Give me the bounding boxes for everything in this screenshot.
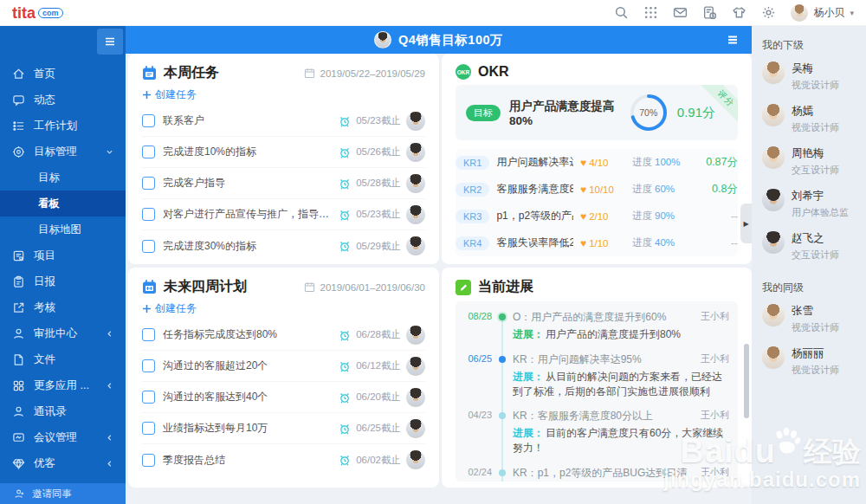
assignee-avatar — [406, 174, 425, 193]
sidebar-item-goal-map[interactable]: 目标地图 — [0, 216, 126, 242]
sidebar-item-kanban[interactable]: 看板 — [0, 191, 126, 216]
subordinates-title: 我的下级 — [762, 38, 856, 53]
sidebar-item-work-plan[interactable]: 工作计划 — [0, 113, 126, 139]
panel-expand-handle[interactable]: ▶ — [740, 204, 752, 243]
logo-badge: com — [38, 8, 63, 18]
diamond-icon — [12, 457, 25, 470]
alarm-icon — [339, 391, 351, 404]
target-icon — [12, 145, 25, 158]
person-row[interactable]: 吴梅视觉设计师 — [762, 61, 856, 92]
sidebar-item-goals[interactable]: 目标 — [0, 165, 126, 191]
goal-title: Q4销售目标100万 — [398, 32, 503, 48]
progress-entry: 02/24 KR：p1，p2等级的产品BUG达到日清王小利 进展：王雪梨的还差一… — [461, 466, 729, 481]
chevron-left-icon — [106, 434, 113, 442]
sidebar-item-youke[interactable]: 优客 — [0, 450, 126, 476]
task-checkbox[interactable] — [142, 391, 155, 404]
kr-weight-hearts[interactable]: ♥1/10 — [580, 237, 625, 249]
sidebar-item-meetings[interactable]: 会议管理 — [0, 424, 126, 450]
task-checkbox[interactable] — [142, 454, 155, 467]
person-row[interactable]: 赵飞之交互设计师 — [762, 231, 856, 262]
heart-icon: ♥ — [580, 157, 586, 169]
report-icon[interactable] — [702, 5, 717, 20]
kr-row[interactable]: KR3 p1，p2等级的产品BUG达到日清 ♥2/10 进度90% -- — [456, 203, 738, 229]
plus-icon — [142, 90, 152, 100]
task-checkbox[interactable] — [142, 328, 155, 341]
alarm-icon — [339, 146, 351, 158]
mail-icon[interactable] — [673, 5, 688, 20]
goal-header: Q4销售目标100万 — [126, 26, 752, 54]
kr-row[interactable]: KR4 客服失误率降低25% ♥1/10 进度40% -- — [456, 229, 738, 256]
task-row[interactable]: 任务指标完成度达到80% 06/28截止 — [142, 320, 425, 351]
sidebar-item-assessment[interactable]: 考核 — [0, 294, 126, 320]
kr-weight-hearts[interactable]: ♥2/10 — [580, 210, 625, 223]
sidebar-item-more-apps[interactable]: 更多应用 ... — [0, 372, 126, 398]
panel-menu-icon[interactable] — [726, 33, 740, 47]
task-checkbox[interactable] — [142, 422, 155, 435]
task-row[interactable]: 沟通过的客服达到40个 06/20截止 — [142, 382, 425, 413]
person-row[interactable]: 周艳梅交互设计师 — [762, 146, 856, 177]
task-checkbox[interactable] — [142, 359, 155, 372]
timeline-dot — [499, 469, 506, 476]
gear-icon[interactable] — [761, 5, 776, 20]
user-menu[interactable]: 杨小贝 ▾ — [791, 4, 854, 22]
chevron-down-icon — [106, 148, 113, 156]
task-row[interactable]: 季度报告总结 06/02截止 — [142, 444, 425, 475]
sidebar-item-goal-management[interactable]: 目标管理 — [0, 139, 126, 165]
scrollbar-thumb[interactable] — [744, 344, 749, 418]
objective-row[interactable]: 目标 用户产品满意度提高80% 70% 0.91分 评分 — [456, 85, 738, 140]
sidebar-collapse-button[interactable] — [97, 29, 123, 55]
task-row[interactable]: 业绩指标达到每月10万 06/25截止 — [142, 413, 425, 444]
sidebar-item-feed[interactable]: 动态 — [0, 87, 126, 113]
goal-owner-avatar — [374, 31, 391, 48]
kr-row[interactable]: KR1 用户问题解决率达95% ♥4/10 进度100% 0.87分 — [456, 149, 738, 176]
month-date-range: 2019/06/01–2019/06/30 — [304, 281, 425, 293]
create-task-button[interactable]: 创建任务 — [142, 301, 197, 316]
task-checkbox[interactable] — [142, 208, 155, 221]
kr-weight-hearts[interactable]: ♥10/10 — [580, 184, 625, 196]
project-icon — [12, 249, 25, 262]
logo[interactable]: tita com — [12, 5, 63, 21]
alarm-icon — [339, 240, 351, 252]
timeline-dot — [499, 313, 506, 320]
task-row[interactable]: 联系客户 05/23截止 — [142, 106, 425, 137]
chevron-down-icon: ▾ — [850, 9, 854, 17]
sidebar-item-projects[interactable]: 项目 — [0, 242, 126, 268]
list-icon — [12, 120, 25, 132]
sidebar-item-files[interactable]: 文件 — [0, 346, 126, 372]
user-name: 杨小贝 — [813, 5, 844, 20]
tshirt-icon[interactable] — [732, 5, 746, 20]
task-row[interactable]: 沟通过的客服超过20个 06/12截止 — [142, 351, 425, 382]
person-row[interactable]: 张雪视觉设计师 — [762, 304, 856, 334]
task-row[interactable]: 对客户进行产品宣传与推广，指导客户熟悉软件 05/23截止 — [142, 199, 425, 230]
search-icon[interactable] — [614, 5, 629, 20]
person-row[interactable]: 刘希宇用户体验总监 — [762, 189, 856, 219]
person-row[interactable]: 杨丽丽视觉设计师 — [762, 346, 856, 377]
task-checkbox[interactable] — [142, 240, 155, 253]
sidebar-item-home[interactable]: 首页 — [0, 61, 126, 87]
person-avatar — [762, 146, 785, 169]
task-checkbox[interactable] — [142, 177, 155, 190]
person-row[interactable]: 杨嫣视觉设计师 — [762, 104, 856, 134]
task-row[interactable]: 完成进度10%的指标 05/26截止 — [142, 137, 425, 168]
month-plan-card: 未来四周计划 2019/06/01–2019/06/30 创建任务 任务指标完成… — [128, 268, 439, 488]
kr-list: KR1 用户问题解决率达95% ♥4/10 进度100% 0.87分 KR2 客… — [456, 149, 738, 256]
calendar-icon — [304, 68, 315, 79]
task-checkbox[interactable] — [142, 145, 155, 158]
kr-row[interactable]: KR2 客服服务满意度80分以上 ♥10/10 进度60% 0.8分 — [456, 176, 738, 203]
objective-badge: 目标 — [466, 105, 501, 121]
pencil-icon — [456, 280, 471, 295]
sidebar-item-daily-report[interactable]: 日报 — [0, 268, 126, 294]
task-row[interactable]: 完成客户指导 05/28截止 — [142, 168, 425, 199]
create-task-button[interactable]: 创建任务 — [142, 87, 197, 102]
kr-weight-hearts[interactable]: ♥4/10 — [580, 157, 625, 169]
task-checkbox[interactable] — [142, 114, 155, 127]
assignee-avatar — [406, 326, 425, 345]
task-row[interactable]: 完成进度30%的指标 05/29截止 — [142, 230, 425, 262]
invite-colleagues-button[interactable]: 邀请同事 — [0, 483, 126, 504]
timeline-dot — [499, 412, 506, 419]
sidebar-item-approval-center[interactable]: 审批中心 — [0, 320, 126, 346]
objective-score: 0.91分 — [677, 105, 715, 121]
assignee-avatar — [406, 388, 425, 407]
sidebar-item-contacts[interactable]: 通讯录 — [0, 398, 126, 424]
apps-grid-icon[interactable] — [643, 5, 658, 20]
